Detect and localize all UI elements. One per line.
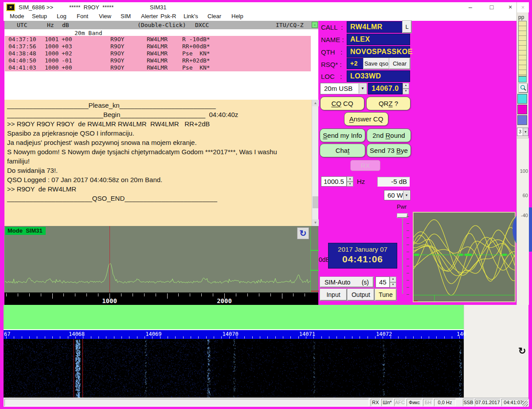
input-button[interactable]: Input bbox=[320, 289, 347, 300]
power-select[interactable]: 60 W ▼ bbox=[384, 190, 411, 200]
waterfall-scale-tick bbox=[14, 336, 14, 339]
sim-auto-value-field[interactable]: 45 bbox=[376, 277, 390, 288]
step-down-icon[interactable]: ▼ bbox=[390, 282, 396, 288]
chevron-down-icon[interactable]: ▼ bbox=[359, 84, 366, 93]
magnifier-button[interactable] bbox=[519, 84, 528, 93]
menu-item-clear[interactable]: Clear bbox=[207, 13, 221, 19]
waterfall-scale-tick bbox=[98, 336, 99, 339]
qrz-button[interactable]: QRZ ? bbox=[366, 97, 411, 110]
menu-item-psk-r[interactable]: Psk-R bbox=[160, 13, 176, 19]
rsq-field[interactable]: +2 bbox=[347, 58, 364, 69]
clear-button[interactable]: Clear bbox=[389, 58, 410, 69]
menu-item-mode[interactable]: Mode bbox=[10, 13, 24, 19]
side-close-button[interactable]: × bbox=[521, 4, 525, 11]
output-button[interactable]: Output bbox=[348, 289, 374, 300]
chevron-down-icon[interactable]: ▼ bbox=[523, 128, 528, 136]
chevron-down-icon[interactable]: ▼ bbox=[403, 191, 410, 199]
spectrum-display[interactable]: Mode SIM31 ↻ bbox=[4, 226, 318, 292]
log-row[interactable]: 04:41:031000+00R9OYRW4LMRPse KN* bbox=[5, 64, 311, 71]
side-scale-60: 60 bbox=[523, 193, 528, 198]
step-up-icon[interactable]: ▲ bbox=[390, 277, 396, 282]
scale-tick bbox=[75, 293, 75, 296]
waterfall-scale-tick bbox=[168, 336, 168, 339]
chat-button[interactable]: Chat bbox=[320, 144, 365, 157]
log-cell-msg: RR+02dB* bbox=[182, 57, 210, 64]
qso-log-list[interactable]: 20m Band 04:37:101001+00R9OYRW4LMRR -10d… bbox=[4, 29, 318, 100]
menu-item-alerter[interactable]: Alerter bbox=[141, 13, 158, 19]
send-my-info-button[interactable]: Send my Info bbox=[320, 129, 365, 142]
step-down-icon[interactable]: ▼ bbox=[403, 89, 409, 94]
resize-grip[interactable] bbox=[522, 401, 528, 406]
log-row[interactable]: 04:40:501000-01R9OYRW4LMRRR+02dB* bbox=[5, 57, 311, 64]
answer-cq-button[interactable]: Answer CQ bbox=[344, 112, 388, 126]
log-row[interactable]: 04:38:481000+02R9OYRW4LMRPse KN* bbox=[5, 50, 311, 57]
side-signal-meter bbox=[518, 21, 527, 76]
log-cell-hz: 1000 bbox=[45, 57, 59, 64]
cq-button[interactable]: CQ CQ bbox=[320, 97, 364, 110]
side-color-swatch-blue[interactable] bbox=[517, 115, 527, 125]
menu-item-link-s[interactable]: Link's bbox=[184, 13, 198, 19]
waterfall-display[interactable] bbox=[4, 339, 464, 397]
qth-field[interactable]: NOVOSPASSKOE bbox=[347, 46, 410, 58]
second-round-button[interactable]: 2nd Round bbox=[367, 129, 411, 142]
save-qso-button[interactable]: Save qso bbox=[364, 58, 389, 69]
side-color-swatch-magenta[interactable] bbox=[517, 105, 527, 114]
frequency-display[interactable]: 14067.0 bbox=[368, 83, 403, 94]
menu-item-font[interactable]: Font bbox=[77, 13, 88, 19]
menu-item-setup[interactable]: Setup bbox=[32, 13, 47, 19]
scroll-thumb[interactable] bbox=[313, 196, 318, 208]
status-07012017: 07.01.2017 bbox=[475, 399, 501, 406]
log-cell-msg: R -10dB* bbox=[182, 36, 210, 43]
scale-tick bbox=[41, 293, 41, 296]
scale-tick bbox=[236, 293, 236, 296]
close-button[interactable]: × bbox=[503, 2, 518, 12]
rx-indicator-button[interactable]: RX bbox=[350, 160, 380, 171]
pwr-slider-handle[interactable] bbox=[397, 214, 407, 218]
chat-scrollbar[interactable]: ▲ ▼ bbox=[312, 100, 318, 226]
tx-freq-field[interactable]: 1000.5 bbox=[321, 176, 347, 187]
name-field[interactable]: ALEX bbox=[347, 34, 410, 45]
scroll-down-icon[interactable]: ▼ bbox=[312, 219, 319, 226]
sim-auto-stepper[interactable]: ▲▼ bbox=[390, 277, 396, 288]
menu-item-view[interactable]: View bbox=[99, 13, 111, 19]
pwr-slider-track[interactable] bbox=[402, 216, 403, 294]
menu-item-help[interactable]: Help bbox=[231, 13, 243, 19]
waterfall-canvas[interactable] bbox=[4, 339, 464, 397]
waterfall-cursor-left bbox=[74, 339, 74, 397]
scale-label: 2000 bbox=[211, 297, 238, 304]
waterfall-scale-tick bbox=[298, 336, 299, 339]
scale-tick bbox=[167, 293, 168, 299]
scale-tick bbox=[293, 293, 293, 296]
frequency-stepper[interactable]: ▲▼ bbox=[403, 83, 409, 94]
maximize-button[interactable]: □ bbox=[484, 2, 499, 12]
menu-item-log[interactable]: Log bbox=[57, 13, 66, 19]
scroll-up-icon[interactable]: ▲ bbox=[312, 100, 319, 106]
side-combo[interactable]: 3 ▼ bbox=[517, 128, 528, 136]
log-cell-from: R9OY bbox=[110, 36, 124, 43]
lookup-button[interactable]: L bbox=[403, 21, 411, 33]
minimize-button[interactable]: – bbox=[463, 2, 478, 12]
tx-level-bar bbox=[4, 305, 464, 329]
rx-text-area[interactable]: ______________________Please_kn_________… bbox=[4, 100, 312, 226]
step-down-icon[interactable]: ▼ bbox=[347, 182, 353, 187]
band-mode-select[interactable]: 20m USB ▼ bbox=[320, 83, 367, 94]
spectrum-canvas[interactable] bbox=[4, 226, 311, 292]
send-73-bye-button[interactable]: Send 73 Bye bbox=[367, 144, 411, 157]
log-row[interactable]: 04:37:101001+00R9OYRW4LMRR -10dB* bbox=[5, 36, 311, 43]
log-row[interactable]: 04:37:561000+03R9OYRW4LMRRR+00dB* bbox=[5, 43, 311, 50]
step-up-icon[interactable]: ▲ bbox=[403, 83, 409, 89]
side-color-swatch-cyan[interactable] bbox=[517, 94, 527, 104]
loc-field[interactable]: LO33WD bbox=[347, 70, 410, 82]
tx-freq-stepper[interactable]: ▲▼ bbox=[347, 176, 353, 187]
call-field[interactable]: RW4LMR bbox=[347, 21, 403, 33]
scale-tick bbox=[270, 293, 271, 296]
tune-button[interactable]: Tune bbox=[375, 289, 396, 300]
log-collapse-button[interactable]: - bbox=[312, 22, 318, 28]
menu-item-sim[interactable]: SIM bbox=[121, 13, 131, 19]
waterfall-scale-tick bbox=[183, 336, 184, 339]
step-up-icon[interactable]: ▲ bbox=[347, 176, 353, 182]
log-cell-to: RW4LMR bbox=[147, 43, 168, 50]
refresh-icon[interactable]: ↻ bbox=[297, 227, 309, 239]
sim-auto-button[interactable]: SIM-Auto (s) bbox=[320, 277, 373, 287]
log-cell-utc: 04:41:03 bbox=[8, 64, 36, 71]
